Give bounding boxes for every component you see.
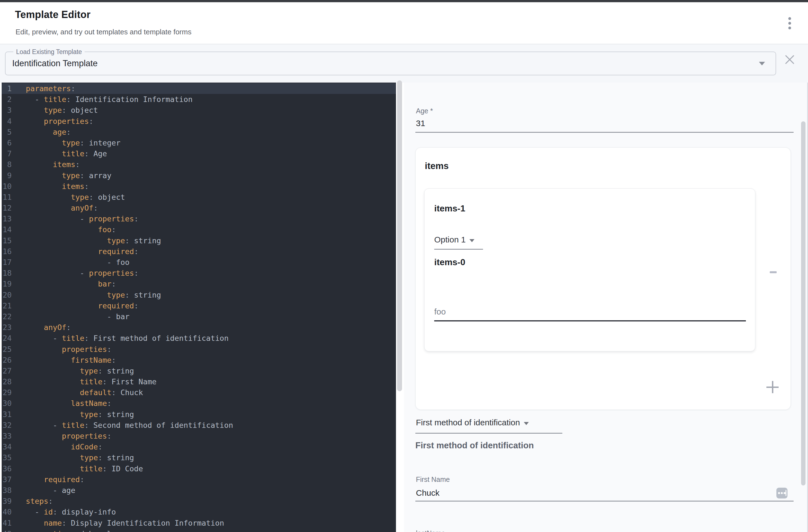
code-line[interactable]: 13- properties: xyxy=(2,213,396,224)
code-line[interactable]: 27type: string xyxy=(2,365,396,376)
line-number: 22 xyxy=(2,311,17,322)
code-line[interactable]: 33properties: xyxy=(2,431,396,441)
code-line[interactable]: 29default: Chuck xyxy=(2,387,396,398)
code-line-text: type: array xyxy=(17,170,111,181)
line-number: 27 xyxy=(2,365,17,376)
add-item-button[interactable] xyxy=(766,381,778,393)
first-name-field-label: First Name xyxy=(416,475,450,483)
code-line[interactable]: 2- title: Identification Information xyxy=(2,94,396,105)
autofill-cursor-bar xyxy=(786,490,786,496)
remove-item-button[interactable] xyxy=(765,265,781,280)
load-template-select[interactable]: Load Existing Template Identification Te… xyxy=(5,52,776,75)
line-number: 31 xyxy=(2,409,17,420)
code-line[interactable]: 34idCode: xyxy=(2,441,396,452)
foo-field-input[interactable]: foo xyxy=(434,307,446,317)
code-line[interactable]: 15type: string xyxy=(2,235,396,246)
autofill-adornment-icon[interactable] xyxy=(776,488,788,498)
age-field-underline xyxy=(415,132,794,133)
code-line-text: name: Display Identification Information xyxy=(17,518,224,528)
code-line-text: - foo xyxy=(17,257,129,268)
editor-scrollbar[interactable] xyxy=(397,80,402,391)
clear-template-button[interactable] xyxy=(783,53,796,66)
code-line-text: type: string xyxy=(17,409,134,420)
code-line[interactable]: 20type: string xyxy=(2,289,396,300)
code-line[interactable]: 8items: xyxy=(2,159,396,170)
line-number: 42 xyxy=(2,528,17,532)
code-line[interactable]: 12anyOf: xyxy=(2,203,396,213)
line-number: 25 xyxy=(2,344,17,355)
line-number: 23 xyxy=(2,322,17,333)
page-title: Template Editor xyxy=(15,9,90,20)
line-number: 2 xyxy=(2,94,17,105)
line-number: 28 xyxy=(2,376,17,387)
line-number: 9 xyxy=(2,170,17,181)
code-line-text: foo: xyxy=(17,224,116,235)
code-line[interactable]: 42action: debug:log xyxy=(2,528,396,532)
code-line[interactable]: 6type: integer xyxy=(2,137,396,148)
line-number: 14 xyxy=(2,224,17,235)
code-line[interactable]: 26firstName: xyxy=(2,355,396,365)
code-line[interactable]: 22- bar xyxy=(2,311,396,322)
code-line[interactable]: 37required: xyxy=(2,474,396,485)
code-line[interactable]: 17- foo xyxy=(2,257,396,268)
code-line[interactable]: 11type: object xyxy=(2,192,396,203)
code-line[interactable]: 30lastName: xyxy=(2,398,396,409)
code-line[interactable]: 21required: xyxy=(2,300,396,311)
code-line-text: default: Chuck xyxy=(17,387,143,398)
code-line[interactable]: 5age: xyxy=(2,127,396,137)
age-field-input[interactable]: 31 xyxy=(416,119,425,128)
code-line-text: - properties: xyxy=(17,268,139,279)
code-line-text: required: xyxy=(17,246,139,257)
code-line[interactable]: 36title: ID Code xyxy=(2,463,396,474)
code-line[interactable]: 18- properties: xyxy=(2,268,396,279)
identification-method-select[interactable]: First method of identification xyxy=(416,418,529,427)
code-line[interactable]: 28title: First Name xyxy=(2,376,396,387)
code-line-text: - properties: xyxy=(17,213,139,224)
code-line[interactable]: 39steps: xyxy=(2,496,396,507)
code-line-text: - title: First method of identification xyxy=(17,333,229,344)
code-line-text: required: xyxy=(17,300,139,311)
kebab-menu-icon[interactable] xyxy=(783,16,797,32)
code-line-text: idCode: xyxy=(17,441,102,452)
code-line[interactable]: 35type: string xyxy=(2,452,396,463)
minus-icon xyxy=(770,271,777,273)
code-line[interactable]: 31type: string xyxy=(2,409,396,420)
code-line[interactable]: 7title: Age xyxy=(2,148,396,159)
close-icon xyxy=(783,53,796,66)
line-number: 3 xyxy=(2,105,17,116)
template-form-preview: Age * 31 items items-1 Option 1 items-0 … xyxy=(404,82,808,532)
first-name-field-input[interactable]: Chuck xyxy=(416,488,440,498)
code-line[interactable]: 9type: array xyxy=(2,170,396,181)
items-entry-title: items-1 xyxy=(434,203,465,214)
code-line-text: - bar xyxy=(17,311,129,322)
code-line[interactable]: 32- title: Second method of identificati… xyxy=(2,420,396,431)
line-number: 40 xyxy=(2,507,17,517)
code-line[interactable]: 3type: object xyxy=(2,105,396,116)
code-line[interactable]: 16required: xyxy=(2,246,396,257)
code-line-text: anyOf: xyxy=(17,203,98,213)
code-line[interactable]: 41name: Display Identification Informati… xyxy=(2,518,396,528)
code-line[interactable]: 1parameters: xyxy=(2,83,396,94)
code-line[interactable]: 40- id: display-info xyxy=(2,507,396,517)
code-line[interactable]: 25properties: xyxy=(2,344,396,355)
line-number: 4 xyxy=(2,116,17,127)
code-line[interactable]: 4properties: xyxy=(2,116,396,127)
chevron-down-icon xyxy=(470,239,474,242)
code-line[interactable]: 14foo: xyxy=(2,224,396,235)
code-line-text: properties: xyxy=(17,431,111,441)
kebab-dot xyxy=(788,26,791,30)
code-line[interactable]: 19bar: xyxy=(2,279,396,289)
code-line[interactable]: 38- age xyxy=(2,485,396,496)
code-line[interactable]: 24- title: First method of identificatio… xyxy=(2,333,396,344)
code-line[interactable]: 23anyOf: xyxy=(2,322,396,333)
code-line-text: age: xyxy=(17,127,71,137)
line-number: 36 xyxy=(2,463,17,474)
yaml-code-editor[interactable]: 1parameters:2- title: Identification Inf… xyxy=(2,82,396,532)
code-line[interactable]: 10items: xyxy=(2,181,396,192)
option-select-value: Option 1 xyxy=(434,235,465,244)
header: Template Editor Edit, preview, and try o… xyxy=(0,2,808,44)
line-number: 12 xyxy=(2,203,17,213)
preview-scrollbar[interactable] xyxy=(801,121,806,486)
identification-method-select-value: First method of identification xyxy=(416,418,520,427)
option-select[interactable]: Option 1 xyxy=(434,235,474,244)
